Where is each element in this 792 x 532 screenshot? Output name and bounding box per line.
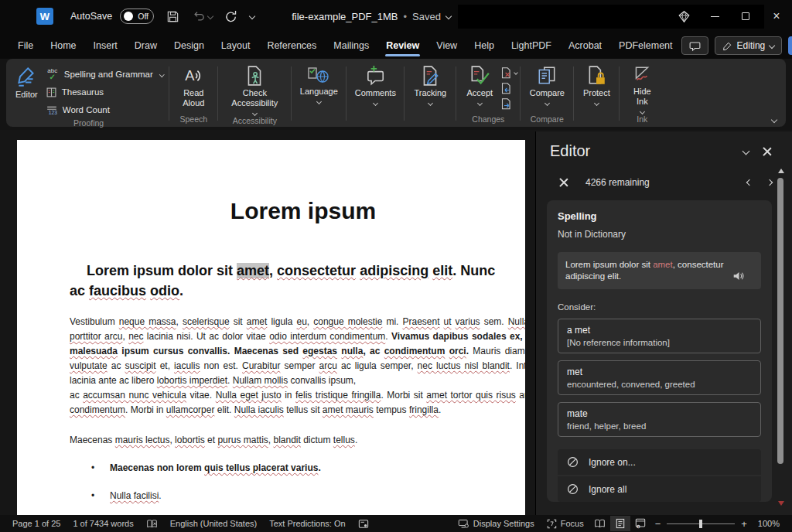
next-change-button[interactable] bbox=[500, 97, 517, 111]
suggestion-word: met bbox=[567, 367, 752, 377]
dismiss-issue-icon[interactable] bbox=[559, 178, 568, 187]
hide-ink-icon bbox=[631, 65, 653, 85]
read-mode-button[interactable] bbox=[590, 516, 610, 531]
spelling-grammar-button[interactable]: abc✓ Spelling and Grammar bbox=[43, 66, 167, 82]
scroll-down-icon[interactable] bbox=[778, 501, 784, 506]
redo-button[interactable] bbox=[224, 9, 239, 24]
editing-mode-button[interactable]: Editing bbox=[715, 36, 783, 55]
ribbon-divider bbox=[456, 66, 456, 121]
thesaurus-button[interactable]: Thesaurus bbox=[43, 84, 167, 100]
not-in-dictionary-label: Not in Dictionary bbox=[558, 229, 761, 240]
speech-group-label: Speech bbox=[172, 114, 215, 127]
pane-collapse-icon[interactable] bbox=[742, 148, 750, 155]
zoom-out-button[interactable]: − bbox=[655, 518, 661, 530]
ignore-once-button[interactable]: Ignore on... bbox=[558, 449, 761, 475]
pane-scrollbar[interactable] bbox=[777, 169, 784, 507]
comments-button[interactable]: Comments bbox=[349, 62, 401, 105]
page-count-status[interactable]: Page 1 of 25 bbox=[6, 515, 67, 532]
share-button[interactable] bbox=[788, 36, 792, 55]
suggestion-mate[interactable]: mate friend, helper, breed bbox=[558, 402, 761, 437]
hide-ink-button[interactable]: Hide Ink bbox=[622, 62, 662, 114]
scrollbar-thumb[interactable] bbox=[777, 178, 783, 464]
display-settings-button[interactable]: Display Settings bbox=[452, 515, 541, 532]
document-page[interactable]: Lorem ipsum Lorem ipsum dolor sit amet, … bbox=[17, 140, 525, 515]
scroll-up-icon[interactable] bbox=[778, 169, 784, 173]
zoom-slider-track[interactable] bbox=[667, 523, 735, 524]
tab-pdfelement[interactable]: PDFelement bbox=[610, 32, 681, 59]
check-accessibility-label: Check Accessibility bbox=[225, 88, 284, 108]
tab-layout[interactable]: Layout bbox=[213, 32, 259, 59]
close-button[interactable]: × bbox=[761, 0, 792, 32]
tab-references[interactable]: References bbox=[258, 32, 325, 59]
tab-lightpdf[interactable]: LightPDF bbox=[503, 32, 560, 59]
read-sentence-icon[interactable] bbox=[732, 270, 746, 282]
ignore-all-button[interactable]: Ignore all bbox=[558, 476, 761, 502]
maximize-button[interactable] bbox=[730, 0, 761, 32]
word-count-status[interactable]: 1 of 7434 words bbox=[67, 515, 139, 532]
zoom-level[interactable]: 100% bbox=[752, 515, 786, 532]
autosave-toggle[interactable]: Off bbox=[120, 9, 154, 24]
editor-button[interactable]: Editor bbox=[11, 62, 43, 100]
language-status[interactable]: English (United States) bbox=[164, 515, 264, 532]
protect-group: Protect bbox=[576, 62, 616, 127]
document-title[interactable]: file-example_PDF_1MB • Saved bbox=[292, 11, 451, 22]
tab-draw[interactable]: Draw bbox=[126, 32, 166, 59]
comments-toggle-button[interactable] bbox=[681, 36, 708, 55]
previous-change-button[interactable] bbox=[500, 81, 517, 95]
spelling-card-title: Spelling bbox=[558, 210, 761, 222]
zoom-in-button[interactable]: + bbox=[741, 518, 747, 530]
tab-design[interactable]: Design bbox=[166, 32, 213, 59]
spelling-check-icon: abc✓ bbox=[46, 68, 60, 80]
previous-change-icon bbox=[500, 82, 512, 94]
check-accessibility-button[interactable]: Check Accessibility bbox=[220, 62, 288, 115]
proofing-errors-icon[interactable] bbox=[140, 515, 164, 532]
protect-button[interactable]: Protect bbox=[576, 62, 616, 105]
print-layout-button[interactable] bbox=[610, 516, 630, 531]
tab-view[interactable]: View bbox=[428, 32, 466, 59]
sentence-text: Lorem ipsum dolor sit amet, consectetur … bbox=[565, 259, 726, 282]
compare-button[interactable]: Compare bbox=[523, 62, 571, 105]
comments-label: Comments bbox=[355, 88, 396, 98]
quick-access-menu-icon[interactable] bbox=[249, 13, 255, 19]
tab-home[interactable]: Home bbox=[42, 32, 84, 59]
protect-dropdown-icon bbox=[594, 101, 599, 106]
pane-close-icon[interactable] bbox=[763, 147, 772, 156]
word-count-button[interactable]: 123 Word Count bbox=[43, 102, 167, 118]
suggestion-met[interactable]: met encountered, convened, greeted bbox=[558, 360, 761, 395]
web-layout-button[interactable]: 1 bbox=[630, 516, 650, 531]
thesaurus-book-icon bbox=[46, 87, 57, 98]
next-issue-icon[interactable] bbox=[766, 179, 773, 186]
spelling-grammar-label: Spelling and Grammar bbox=[64, 70, 153, 79]
track-changes-icon bbox=[420, 65, 440, 87]
proofing-group-label: Proofing bbox=[11, 118, 166, 128]
zoom-slider-thumb[interactable] bbox=[699, 520, 702, 528]
accept-button[interactable]: Accept bbox=[459, 62, 500, 105]
tab-acrobat[interactable]: Acrobat bbox=[560, 32, 610, 59]
tab-mailings[interactable]: Mailings bbox=[325, 32, 377, 59]
sentence-preview: Lorem ipsum dolor sit amet, consectetur … bbox=[558, 252, 761, 289]
text-predictions-status[interactable]: Text Predictions: On bbox=[263, 515, 351, 532]
save-button[interactable] bbox=[165, 9, 180, 24]
tab-insert[interactable]: Insert bbox=[85, 32, 126, 59]
ignore-icon bbox=[567, 456, 579, 468]
premium-icon[interactable] bbox=[668, 0, 699, 32]
collapse-ribbon-icon[interactable] bbox=[771, 117, 777, 123]
tracking-button[interactable]: Tracking bbox=[407, 62, 453, 105]
undo-dropdown-icon[interactable] bbox=[207, 13, 213, 19]
previous-issue-icon[interactable] bbox=[746, 179, 753, 186]
document-title-text: file-example_PDF_1MB bbox=[292, 11, 398, 22]
status-indicator-icon[interactable] bbox=[352, 515, 375, 532]
svg-text:123: 123 bbox=[49, 110, 57, 115]
minimize-button[interactable] bbox=[699, 0, 730, 32]
undo-button[interactable] bbox=[191, 9, 207, 24]
suggestion-desc: [No reference information] bbox=[567, 338, 752, 347]
focus-mode-button[interactable]: Focus bbox=[541, 515, 590, 532]
ribbon-divider bbox=[619, 66, 620, 121]
tab-help[interactable]: Help bbox=[466, 32, 503, 59]
tab-file[interactable]: File bbox=[9, 32, 42, 59]
reject-change-button[interactable] bbox=[500, 66, 517, 80]
tab-review[interactable]: Review bbox=[377, 32, 428, 59]
suggestion-a-met[interactable]: a met [No reference information] bbox=[558, 319, 761, 353]
read-aloud-button[interactable]: A Read Aloud bbox=[172, 62, 215, 108]
language-button[interactable]: Language bbox=[294, 62, 343, 104]
